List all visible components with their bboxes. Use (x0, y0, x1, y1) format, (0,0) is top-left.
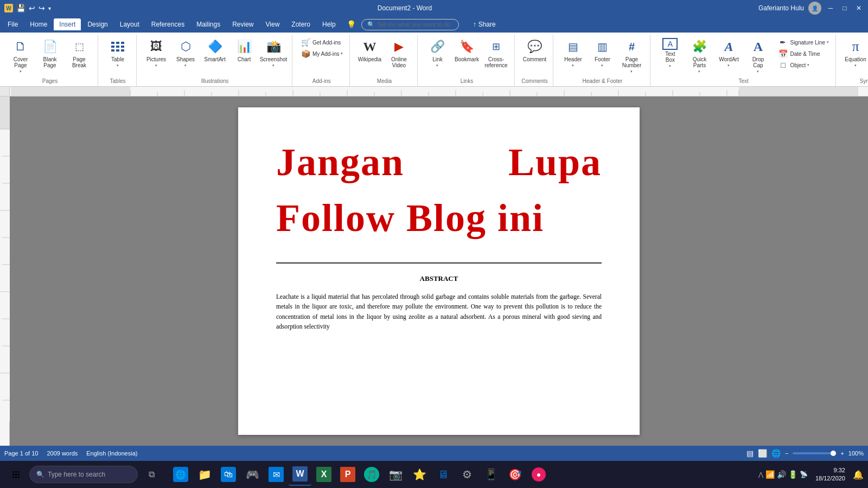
tray-arrow[interactable]: ⋀ (758, 471, 763, 478)
cross-reference-button[interactable]: ⊞ Cross-reference (482, 37, 510, 69)
close-button[interactable]: ✕ (854, 3, 864, 13)
horizontal-ruler (0, 87, 868, 97)
wordart-button[interactable]: A WordArt ▾ (714, 37, 743, 69)
shapes-button[interactable]: ⬡ Shapes ▾ (171, 37, 200, 69)
text-label: Text (656, 77, 831, 86)
header-footer-items: ▤ Header ▾ ▥ Footer ▾ # PageNumber ▾ (559, 35, 646, 77)
quick-parts-button[interactable]: 🧩 QuickParts ▾ (685, 37, 713, 75)
gamepad-app[interactable]: 🎮 (241, 463, 264, 486)
music-app[interactable]: 🎵 (360, 463, 383, 486)
text-box-button[interactable]: A TextBox ▾ (656, 37, 684, 69)
maximize-button[interactable]: □ (840, 3, 850, 13)
main-area: Jangan Lupa Follow Blog ini ABSTRACT Lea… (0, 97, 868, 446)
signature-line-icon: ✒ (777, 38, 788, 47)
menu-view[interactable]: View (260, 18, 285, 30)
chart-button[interactable]: 📊 Chart (230, 37, 258, 63)
media-app[interactable]: 🎯 (503, 463, 526, 486)
camera-app[interactable]: 📷 (384, 463, 407, 486)
svg-rect-0 (11, 87, 858, 97)
view-print-icon[interactable]: ⬜ (758, 449, 767, 458)
links-items: 🔗 Link ▾ 🔖 Bookmark ⊞ Cross-reference (423, 35, 510, 77)
notification-icon[interactable]: 🔔 (853, 470, 864, 480)
zoom-out-icon[interactable]: − (785, 450, 788, 457)
edge-app[interactable]: 🌐 (169, 463, 192, 486)
title-bar-right: Gaferianto Hulu 👤 ─ □ ✕ (758, 2, 864, 15)
task-view-button[interactable]: ⧉ (140, 463, 163, 486)
phone-app[interactable]: 📱 (480, 463, 502, 486)
word-app[interactable]: W (289, 463, 311, 486)
equation-button[interactable]: π Equation ▾ (841, 37, 868, 69)
star-app[interactable]: ⭐ (408, 463, 431, 486)
word-app-icon: W (292, 466, 308, 481)
tray-battery-icon: 🔋 (788, 470, 797, 479)
date-time-button[interactable]: 📅 Date & Time (775, 48, 831, 59)
screenshot-button[interactable]: 📸 Screenshot ▾ (259, 37, 288, 69)
online-video-button[interactable]: ▶ OnlineVideo (385, 37, 413, 69)
table-button[interactable]: Table ▾ (104, 37, 132, 69)
circle-app[interactable]: ● (527, 463, 550, 486)
get-addins-icon: 🛒 (300, 38, 311, 47)
excel-app[interactable]: X (312, 463, 335, 486)
menu-insert[interactable]: Insert (54, 18, 81, 30)
excel-icon: X (316, 467, 331, 482)
title-bar: W 💾 ↩ ↪ ▾ Document2 - Word Gaferianto Hu… (0, 0, 868, 16)
link-icon: 🔗 (429, 38, 446, 55)
footer-icon: ▥ (593, 38, 611, 55)
explorer-app[interactable]: 📁 (193, 463, 216, 486)
smartart-button[interactable]: 🔷 SmartArt (201, 37, 229, 63)
menu-references[interactable]: References (146, 18, 190, 30)
quick-access-redo[interactable]: ↪ (39, 4, 45, 12)
menu-file[interactable]: File (2, 18, 23, 30)
view-normal-icon[interactable]: ▤ (746, 449, 754, 458)
taskbar-apps: 🌐 📁 🛍 🎮 ✉ W X P 🎵 📷 ⭐ (169, 463, 550, 486)
view-web-icon[interactable]: 🌐 (771, 449, 781, 458)
tell-me-box[interactable]: 🔍 Tell me what you want to do (361, 19, 459, 30)
link-button[interactable]: 🔗 Link ▾ (423, 37, 451, 69)
word-count: 2009 words (47, 450, 78, 457)
online-video-icon: ▶ (390, 38, 407, 55)
tray-wifi-icon: 📡 (800, 471, 808, 478)
my-addins-button[interactable]: 📦 My Add-ins ▾ (298, 48, 345, 59)
document-area[interactable]: Jangan Lupa Follow Blog ini ABSTRACT Lea… (10, 97, 868, 446)
object-icon: □ (777, 61, 788, 69)
cover-page-button[interactable]: 🗋 CoverPage ▾ (7, 37, 35, 75)
signature-line-button[interactable]: ✒ Signature Line ▾ (775, 37, 831, 48)
drop-cap-button[interactable]: A DropCap ▾ (744, 37, 772, 75)
taskbar-search[interactable]: 🔍 Type here to search (29, 466, 138, 483)
bookmark-button[interactable]: 🔖 Bookmark (452, 37, 481, 63)
menu-zotero[interactable]: Zotero (286, 18, 316, 30)
menu-mailings[interactable]: Mailings (191, 18, 226, 30)
menu-layout[interactable]: Layout (114, 18, 145, 30)
ribbon-group-symbols: π Equation ▾ Ω Symbol ▾ Symbols (837, 35, 868, 86)
minimize-button[interactable]: ─ (826, 3, 835, 13)
wikipedia-button[interactable]: W Wikipedia (355, 37, 384, 63)
zoom-slider[interactable] (793, 452, 836, 454)
header-button[interactable]: ▤ Header ▾ (559, 37, 587, 69)
menu-design[interactable]: Design (82, 18, 113, 30)
heading-line-1: Jangan Lupa (276, 140, 602, 185)
mail-app[interactable]: ✉ (265, 463, 288, 486)
menu-review[interactable]: Review (227, 18, 259, 30)
page-number-button[interactable]: # PageNumber ▾ (617, 37, 646, 75)
windows-button[interactable]: ⊞ (4, 463, 27, 486)
store-app[interactable]: 🛍 (217, 463, 240, 486)
settings-app[interactable]: ⚙ (456, 463, 478, 486)
comments-label: Comments (520, 77, 548, 86)
menu-home[interactable]: Home (24, 18, 53, 30)
quick-access-undo[interactable]: ↩ (29, 4, 35, 12)
footer-button[interactable]: ▥ Footer ▾ (588, 37, 616, 69)
object-button[interactable]: □ Object ▾ (775, 60, 831, 70)
quick-parts-icon: 🧩 (691, 38, 708, 55)
zoom-in-icon[interactable]: + (840, 450, 844, 457)
ppt-app[interactable]: P (336, 463, 359, 486)
get-addins-button[interactable]: 🛒 Get Add-ins (298, 37, 345, 48)
share-button[interactable]: ↑ Share (467, 18, 502, 30)
monitor-app[interactable]: 🖥 (432, 463, 455, 486)
pictures-button[interactable]: 🖼 Pictures ▾ (142, 37, 170, 69)
menu-help[interactable]: Help (317, 18, 341, 30)
quick-access-save[interactable]: 💾 (16, 4, 25, 12)
blank-page-button[interactable]: 📄 BlankPage (36, 37, 64, 69)
tables-items: Table ▾ (104, 35, 132, 77)
comment-button[interactable]: 💬 Comment (520, 37, 548, 63)
page-break-button[interactable]: ⬚ PageBreak (65, 37, 93, 69)
